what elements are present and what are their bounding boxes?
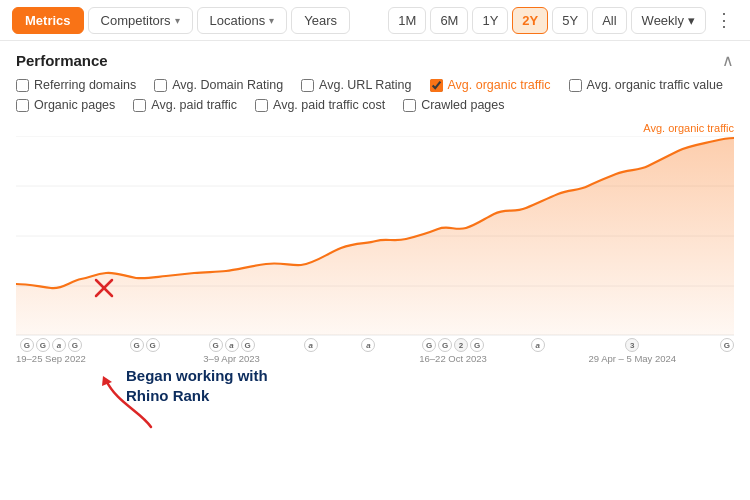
g-icon: G	[130, 338, 144, 352]
annotation-text: Began working with Rhino Rank	[126, 366, 268, 407]
years-button[interactable]: Years	[291, 7, 350, 34]
time-2y-button[interactable]: 2Y	[512, 7, 548, 34]
locations-button[interactable]: Locations ▾	[197, 7, 288, 34]
time-1y-button[interactable]: 1Y	[472, 7, 508, 34]
a-icon: a	[531, 338, 545, 352]
annotation-area: Began working with Rhino Rank	[16, 364, 734, 444]
chart-legend-label: Avg. organic traffic	[16, 122, 734, 134]
metric-crawled-pages[interactable]: Crawled pages	[403, 98, 504, 112]
avg-paid-traffic-checkbox[interactable]	[133, 99, 146, 112]
g-icon: G	[720, 338, 734, 352]
x-label-2: G G	[130, 338, 160, 353]
g-icon: G	[209, 338, 223, 352]
x-label-4: a	[304, 338, 318, 353]
organic-pages-checkbox[interactable]	[16, 99, 29, 112]
a-icon: a	[361, 338, 375, 352]
metric-avg-organic-traffic[interactable]: Avg. organic traffic	[430, 78, 551, 92]
avg-organic-traffic-checkbox[interactable]	[430, 79, 443, 92]
metric-avg-paid-traffic[interactable]: Avg. paid traffic	[133, 98, 237, 112]
x-label-apr2023: G a G 3–9 Apr 2023	[203, 338, 260, 364]
avg-organic-traffic-value-checkbox[interactable]	[569, 79, 582, 92]
x-axis: G G a G 19–25 Sep 2022 G G G a G 3–9 Apr…	[16, 338, 734, 364]
time-all-button[interactable]: All	[592, 7, 626, 34]
chevron-down-icon: ▾	[175, 15, 180, 26]
competitors-button[interactable]: Competitors ▾	[88, 7, 193, 34]
g-icon: G	[422, 338, 436, 352]
g-icon: G	[241, 338, 255, 352]
avg-domain-rating-checkbox[interactable]	[154, 79, 167, 92]
2-icon: 2	[454, 338, 468, 352]
time-1m-button[interactable]: 1M	[388, 7, 426, 34]
x-label-may2024: 3 29 Apr – 5 May 2024	[588, 338, 676, 364]
performance-title: Performance	[16, 52, 108, 69]
g-icon: G	[470, 338, 484, 352]
performance-header: Performance ∧	[0, 41, 750, 76]
metric-avg-domain-rating[interactable]: Avg. Domain Rating	[154, 78, 283, 92]
x-label-5: a	[361, 338, 375, 353]
a-icon: a	[225, 338, 239, 352]
x-label-7: a	[531, 338, 545, 353]
referring-domains-checkbox[interactable]	[16, 79, 29, 92]
g-icon: G	[68, 338, 82, 352]
a-icon: a	[52, 338, 66, 352]
g-icon: G	[438, 338, 452, 352]
x-axis-container: G G a G 19–25 Sep 2022 G G G a G 3–9 Apr…	[0, 336, 750, 364]
metrics-checkboxes: Referring domains Avg. Domain Rating Avg…	[0, 76, 750, 98]
chart-wrapper	[16, 136, 734, 336]
a-icon: a	[304, 338, 318, 352]
avg-paid-traffic-cost-checkbox[interactable]	[255, 99, 268, 112]
weekly-button[interactable]: Weekly ▾	[631, 7, 706, 34]
time-6m-button[interactable]: 6M	[430, 7, 468, 34]
collapse-button[interactable]: ∧	[722, 51, 734, 70]
3-icon: 3	[625, 338, 639, 352]
metrics-button[interactable]: Metrics	[12, 7, 84, 34]
time-5y-button[interactable]: 5Y	[552, 7, 588, 34]
metrics-row-2: Organic pages Avg. paid traffic Avg. pai…	[0, 98, 750, 118]
nav-right: 1M 6M 1Y 2Y 5Y All Weekly ▾ ⋮	[388, 6, 738, 34]
x-label-oct2023: G G 2 G 16–22 Oct 2023	[419, 338, 487, 364]
chevron-down-icon: ▾	[269, 15, 274, 26]
top-nav: Metrics Competitors ▾ Locations ▾ Years …	[0, 0, 750, 41]
x-label-sep2022: G G a G 19–25 Sep 2022	[16, 338, 86, 364]
metric-avg-organic-traffic-value[interactable]: Avg. organic traffic value	[569, 78, 723, 92]
nav-left: Metrics Competitors ▾ Locations ▾ Years	[12, 7, 350, 34]
g-icon: G	[146, 338, 160, 352]
avg-url-rating-checkbox[interactable]	[301, 79, 314, 92]
chart-container: Avg. organic traffic	[0, 122, 750, 336]
metric-referring-domains[interactable]: Referring domains	[16, 78, 136, 92]
metric-avg-url-rating[interactable]: Avg. URL Rating	[301, 78, 411, 92]
chevron-down-icon: ▾	[688, 13, 695, 28]
g-icon: G	[36, 338, 50, 352]
crawled-pages-checkbox[interactable]	[403, 99, 416, 112]
more-options-button[interactable]: ⋮	[710, 6, 738, 34]
chart-svg	[16, 136, 734, 336]
metric-organic-pages[interactable]: Organic pages	[16, 98, 115, 112]
x-label-9: G	[720, 338, 734, 353]
metric-avg-paid-traffic-cost[interactable]: Avg. paid traffic cost	[255, 98, 385, 112]
g-icon: G	[20, 338, 34, 352]
